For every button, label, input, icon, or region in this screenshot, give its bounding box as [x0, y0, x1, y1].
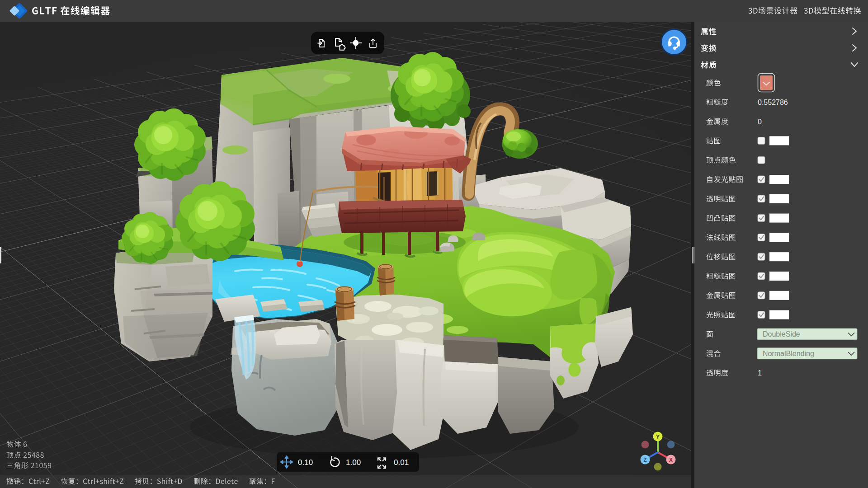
- svg-text:0.552786: 0.552786: [758, 99, 788, 106]
- svg-text:0.10: 0.10: [298, 458, 313, 467]
- svg-text:Y: Y: [656, 434, 660, 440]
- svg-text:0.01: 0.01: [394, 458, 409, 467]
- svg-text:NormalBlending: NormalBlending: [763, 350, 814, 357]
- svg-text:Z: Z: [643, 457, 646, 463]
- svg-text:0: 0: [758, 118, 762, 126]
- svg-text:1: 1: [758, 369, 762, 377]
- svg-text:1.00: 1.00: [346, 458, 361, 467]
- svg-text:DoubleSide: DoubleSide: [763, 330, 800, 338]
- svg-text:X: X: [669, 457, 673, 463]
